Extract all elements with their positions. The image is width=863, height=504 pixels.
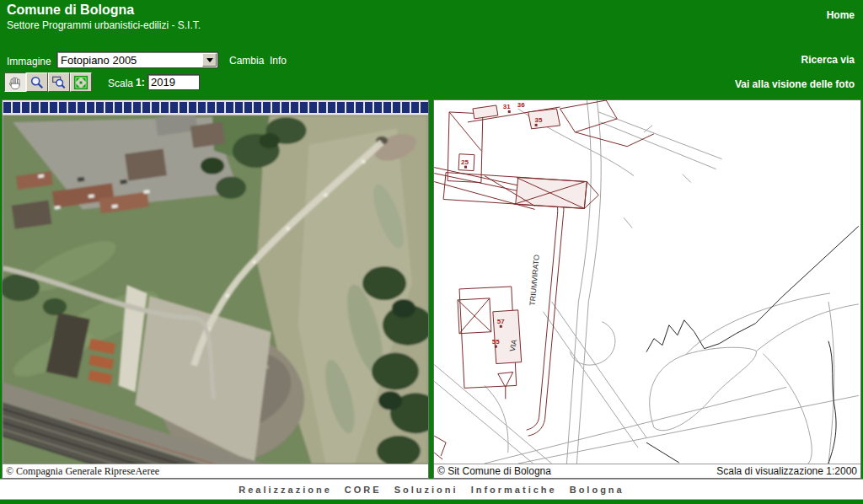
info-button[interactable]: Info [270, 55, 287, 67]
change-image-button[interactable]: Cambia [229, 55, 264, 67]
zoom-window-icon [51, 75, 67, 90]
aerial-photo-image [3, 115, 428, 464]
dropdown-arrow-button[interactable] [202, 53, 217, 67]
vector-attribution: © Sit Comune di Bologna [437, 465, 551, 477]
scale-input[interactable] [147, 74, 200, 90]
display-scale-text: Scala di visualizzazione 1:2000 [716, 465, 857, 477]
footer-bar: Realizzazione CORE Soluzioni Informatich… [0, 479, 863, 499]
page-subtitle: Settore Programmi urbanistici-edilizi - … [7, 19, 201, 31]
map-viewer-app: Comune di Bologna Settore Programmi urba… [0, 0, 863, 504]
home-link[interactable]: Home [827, 9, 855, 21]
building-number: 25 [461, 158, 469, 166]
vector-map-panel: 31 36 35 25 57 55 TRIUMVIRATO VIA © Sit … [433, 99, 861, 479]
image-select-value: Fotopiano 2005 [57, 54, 202, 67]
search-street-link[interactable]: Ricerca via [801, 54, 855, 66]
footer-green-strip [0, 500, 863, 504]
tile-loading-strip [3, 100, 428, 115]
scale-prefix: 1: [136, 77, 145, 88]
scale-label: Scala [108, 78, 133, 89]
image-select-label: Immagine [7, 56, 51, 67]
full-extent-tool-button[interactable] [70, 72, 92, 92]
aerial-photo-map[interactable] [3, 115, 428, 464]
building-number: 31 [503, 103, 511, 110]
pan-hand-icon [8, 75, 23, 90]
aerial-attribution: © Compagnia Generale RipreseAeree [6, 465, 159, 478]
photo-view-link[interactable]: Vai alla visione delle foto [735, 78, 855, 90]
aerial-photo-panel: © Compagnia Generale RipreseAeree [2, 99, 429, 479]
image-select[interactable]: Fotopiano 2005 [56, 51, 218, 68]
vector-attribution-bar: © Sit Comune di Bologna Scala di visuali… [434, 464, 860, 478]
pan-tool-button[interactable] [4, 72, 26, 92]
full-extent-icon [73, 75, 88, 90]
building-number: 36 [517, 101, 525, 109]
map-tools [4, 72, 92, 92]
zoom-tool-button[interactable] [26, 72, 48, 92]
vector-map-image: 31 36 35 25 57 55 TRIUMVIRATO VIA [434, 100, 860, 464]
aerial-attribution-bar: © Compagnia Generale RipreseAeree [3, 464, 428, 478]
building-number: 57 [497, 318, 505, 325]
vector-map[interactable]: 31 36 35 25 57 55 TRIUMVIRATO VIA [434, 100, 860, 464]
zoom-window-tool-button[interactable] [48, 72, 70, 92]
footer-credit: Realizzazione CORE Soluzioni Informatich… [239, 485, 624, 495]
zoom-magnifier-icon [29, 75, 45, 90]
building-number: 35 [535, 116, 543, 124]
page-title: Comune di Bologna [7, 3, 134, 18]
chevron-down-icon [206, 58, 213, 62]
building-number: 55 [492, 338, 500, 346]
